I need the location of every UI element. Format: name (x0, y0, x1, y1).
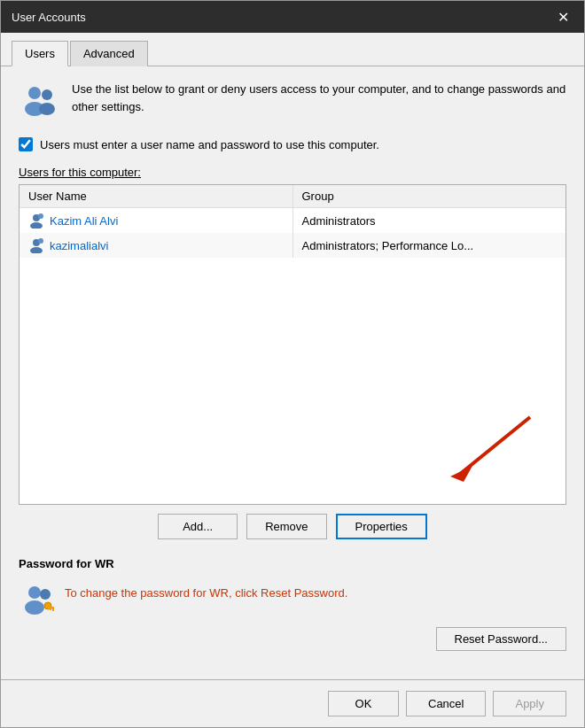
reset-password-button[interactable]: Reset Password... (436, 627, 567, 651)
properties-button[interactable]: Properties (336, 514, 427, 539)
svg-rect-17 (52, 608, 54, 611)
cancel-button[interactable]: Cancel (406, 691, 486, 716)
svg-point-13 (25, 600, 44, 615)
table-row[interactable]: kazimalialvi Administrators; Performance… (20, 233, 566, 258)
users-table-container: User Name Group (19, 184, 566, 505)
users-table: User Name Group (20, 185, 566, 258)
table-row[interactable]: Kazim Ali Alvi Administrators (20, 208, 566, 234)
reset-button-row: Reset Password... (19, 627, 566, 651)
password-icon (19, 581, 54, 616)
remove-button[interactable]: Remove (246, 514, 326, 539)
arrow-indicator (433, 413, 539, 486)
password-section-title: Password for WR (19, 557, 566, 570)
svg-line-10 (459, 417, 530, 475)
user-name-cell: kazimalialvi (20, 233, 292, 258)
users-section-label: Users for this computer: (19, 166, 566, 179)
svg-point-9 (38, 238, 43, 244)
users-icon (19, 81, 61, 123)
svg-point-3 (39, 103, 55, 115)
dialog-window: User Accounts ✕ Users Advanced Use the l… (0, 0, 585, 728)
window-title: User Accounts (12, 11, 86, 24)
svg-point-6 (38, 213, 43, 219)
apply-button[interactable]: Apply (493, 691, 566, 716)
user-action-buttons: Add... Remove Properties (19, 514, 566, 539)
user-group-cell: Administrators (292, 208, 566, 234)
info-section: Use the list below to grant or deny user… (19, 81, 566, 123)
password-section: Password for WR To change the password f… (19, 557, 566, 665)
bottom-buttons: OK Cancel Apply (1, 679, 584, 727)
add-button[interactable]: Add... (158, 514, 238, 539)
svg-rect-18 (50, 608, 51, 610)
svg-point-8 (30, 247, 43, 253)
tab-advanced[interactable]: Advanced (70, 41, 148, 66)
svg-point-12 (28, 586, 41, 599)
main-content: Use the list below to grant or deny user… (1, 66, 584, 679)
password-description: To change the password for WR, click Res… (65, 581, 347, 600)
password-info: To change the password for WR, click Res… (19, 581, 566, 616)
checkbox-label[interactable]: Users must enter a user name and passwor… (40, 138, 379, 151)
require-password-checkbox[interactable] (19, 137, 33, 151)
info-description: Use the list below to grant or deny user… (72, 81, 566, 115)
svg-point-14 (40, 589, 51, 600)
checkbox-row: Users must enter a user name and passwor… (19, 137, 566, 151)
title-bar: User Accounts ✕ (1, 1, 584, 33)
svg-point-0 (28, 87, 41, 99)
svg-marker-11 (450, 466, 472, 482)
user-icon (28, 237, 44, 253)
user-group-cell: Administrators; Performance Lo... (292, 233, 566, 258)
tab-users[interactable]: Users (12, 41, 68, 66)
svg-point-2 (42, 89, 52, 100)
close-button[interactable]: ✕ (552, 6, 573, 27)
col-header-group: Group (292, 185, 566, 208)
col-header-username: User Name (20, 185, 292, 208)
user-icon (28, 213, 44, 228)
user-name-cell: Kazim Ali Alvi (20, 208, 292, 234)
tabs-container: Users Advanced (1, 33, 584, 66)
ok-button[interactable]: OK (328, 691, 399, 716)
svg-point-5 (30, 222, 43, 228)
